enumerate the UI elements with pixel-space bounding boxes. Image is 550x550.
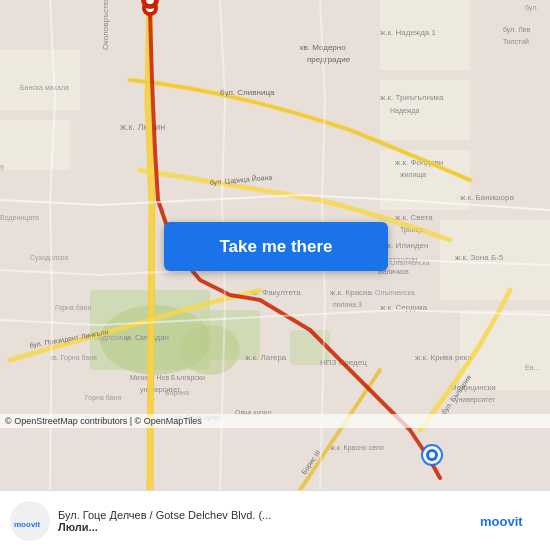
moovit-logo: moovit [10, 501, 50, 541]
svg-text:Горна баня: Горна баня [85, 394, 121, 402]
svg-text:Околовръстен: Околовръстен [101, 0, 110, 50]
svg-text:м. Смърдан: м. Смърдан [125, 333, 169, 342]
map-container: ж.к. Люлин Банска махала 9 Воденицата Су… [0, 0, 550, 490]
svg-text:Суходолска: Суходолска [30, 254, 68, 262]
footer-text: Бул. Гоце Делчев / Gotse Delchev Blvd. (… [58, 509, 472, 533]
svg-text:Мизия / Нов Български: Мизия / Нов Български [130, 374, 205, 382]
map-attribution: © OpenStreetMap contributors | © OpenMap… [0, 414, 550, 428]
svg-text:moovit: moovit [14, 520, 41, 529]
svg-text:поляна 3: поляна 3 [333, 301, 362, 308]
svg-rect-7 [0, 120, 70, 170]
svg-text:ж.к. Зона Б-5: ж.к. Зона Б-5 [455, 253, 504, 262]
svg-text:9: 9 [0, 164, 4, 171]
moovit-logo-text: moovit [480, 511, 540, 531]
svg-text:университет: университет [455, 396, 496, 404]
svg-text:кв. Горна баня: кв. Горна баня [50, 354, 97, 362]
svg-text:Надежда: Надежда [390, 107, 420, 115]
svg-text:ж.к. Надежда 1: ж.к. Надежда 1 [380, 28, 436, 37]
svg-text:жилища: жилища [400, 171, 426, 179]
svg-text:Ев...: Ев... [525, 364, 539, 371]
moovit-branding: moovit [480, 511, 540, 531]
svg-text:ж.к. Лагера: ж.к. Лагера [245, 353, 287, 362]
svg-text:Воденицата: Воденицата [0, 214, 39, 222]
svg-text:ж.к. Крива река: ж.к. Крива река [415, 353, 473, 362]
svg-point-5 [180, 325, 240, 375]
svg-text:ж.к. Люлин: ж.к. Люлин [120, 122, 165, 132]
svg-text:университет: университет [140, 386, 181, 394]
svg-text:ж.к. Красна: ж.к. Красна [330, 288, 372, 297]
footer-bar: moovit Бул. Гоце Делчев / Gotse Delchev … [0, 490, 550, 550]
svg-text:ж.к. Красно село: ж.к. Красно село [330, 444, 384, 452]
svg-text:ж.к. Триъгълника: ж.к. Триъгълника [380, 93, 444, 102]
svg-point-71 [429, 452, 435, 458]
svg-text:предградие: предградие [307, 55, 351, 64]
svg-text:бул.: бул. [525, 4, 538, 12]
svg-rect-6 [0, 50, 80, 110]
take-me-there-button[interactable]: Take me there [164, 222, 388, 271]
footer-destination-name: Люли... [58, 521, 472, 533]
svg-text:Горна баня: Горна баня [55, 304, 91, 312]
svg-text:бул. Лев: бул. Лев [503, 26, 531, 34]
svg-text:бул. Сливница: бул. Сливница [220, 88, 275, 97]
svg-text:Опълченска: Опълченска [375, 289, 415, 296]
svg-rect-12 [460, 310, 550, 390]
svg-text:Толстой: Толстой [503, 38, 529, 45]
svg-text:Банска махала: Банска махала [20, 84, 69, 91]
footer-stop-name: Бул. Гоце Делчев / Gotse Delchev Blvd. (… [58, 509, 472, 521]
svg-text:ж.к. Банишора: ж.к. Банишора [460, 193, 514, 202]
svg-text:moovit: moovit [480, 514, 523, 529]
